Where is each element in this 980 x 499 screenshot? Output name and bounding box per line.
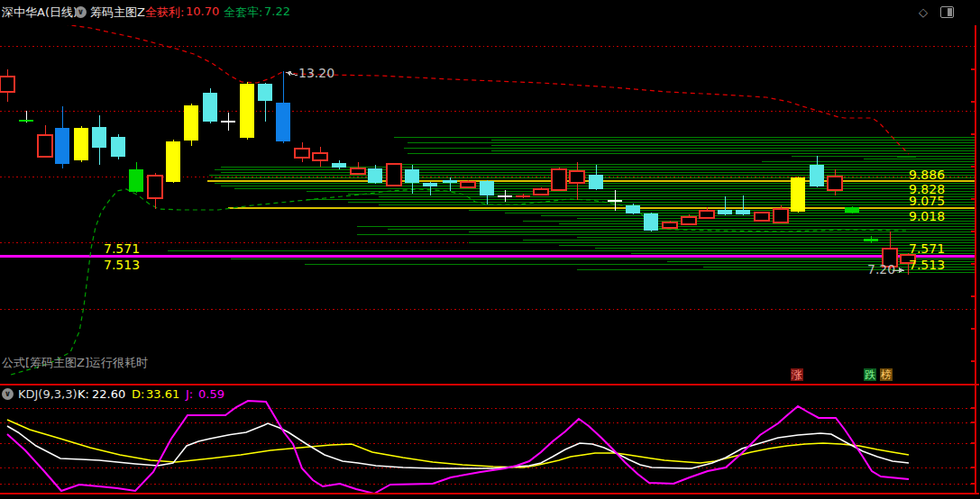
- candle-body: [92, 127, 106, 148]
- cost-line-red: [7, 25, 909, 154]
- candle-body: [589, 175, 603, 189]
- trapped-label: 全套牢:: [224, 5, 262, 21]
- candle-body: [240, 84, 254, 138]
- candle-body: [166, 141, 180, 182]
- candle-body: [570, 171, 584, 183]
- annotation-label: 13.20: [298, 66, 334, 80]
- price-label: 7.513: [909, 258, 945, 272]
- main-title-bar: 深中华A(日线) ∨ 筹码主图Z 全获利: 10.70 全套牢: 7.22 ◇: [0, 0, 980, 25]
- kdj-j-value: 0.59: [198, 387, 224, 401]
- candle-body: [55, 128, 69, 164]
- candle-body: [423, 183, 437, 186]
- candle-body: [461, 182, 475, 187]
- candle-body: [313, 153, 327, 160]
- candle-body: [443, 180, 457, 183]
- candle-body: [626, 205, 640, 213]
- kdj-k-value: 22.60: [92, 387, 125, 401]
- candle-body: [276, 103, 290, 141]
- price-label: 7.571: [909, 241, 945, 256]
- candle-body: [700, 211, 714, 218]
- chevron-down-icon[interactable]: ∨: [2, 388, 14, 400]
- indicator-name[interactable]: 筹码主图Z: [90, 5, 145, 21]
- kdj-title-bar: ∨ KDJ(9,3,3) K: 22.60 D: 33.61 J: 0.59: [0, 387, 980, 403]
- candle-body: [74, 128, 88, 160]
- candle-body: [864, 239, 878, 241]
- candle-body: [0, 77, 14, 92]
- price-label: 7.513: [104, 258, 140, 272]
- candle-body: [351, 168, 365, 174]
- price-label: 7.571: [104, 241, 140, 256]
- rank-badge[interactable]: 榜: [880, 368, 893, 381]
- candle-body: [845, 207, 859, 213]
- candle-body: [810, 165, 824, 186]
- candle-body: [480, 181, 494, 195]
- profit-value: 10.70: [186, 5, 219, 18]
- candle-body: [516, 195, 530, 197]
- diamond-icon[interactable]: ◇: [919, 5, 928, 19]
- candle-body: [129, 169, 143, 192]
- candle-body: [774, 209, 788, 222]
- candle-body: [682, 217, 696, 224]
- panel-layout-icon[interactable]: [940, 6, 954, 18]
- price-label: 9.075: [909, 194, 945, 208]
- candle-body: [203, 93, 217, 122]
- annotation-arrowhead: [286, 71, 292, 77]
- trapped-value: 7.22: [264, 5, 290, 18]
- candle-body: [663, 222, 677, 228]
- cost-line-green: [11, 189, 906, 375]
- candle-body: [38, 135, 52, 157]
- candle-body: [718, 210, 732, 214]
- rank-badges: 涨跌榜: [0, 368, 980, 383]
- rank-badge[interactable]: 跌: [864, 368, 876, 381]
- kdj-line-K: [7, 423, 909, 468]
- candle-body: [368, 168, 382, 183]
- kdj-d-value: 33.61: [146, 387, 179, 401]
- candle-body: [295, 149, 309, 158]
- chevron-down-icon[interactable]: ∨: [75, 6, 87, 18]
- candle-body: [184, 105, 198, 141]
- candle-body: [828, 177, 842, 190]
- kdj-j-label: J:: [186, 387, 193, 401]
- candle-body: [332, 163, 346, 168]
- candle-body: [534, 189, 548, 195]
- candle-body: [644, 213, 658, 231]
- candle-body: [791, 177, 805, 212]
- candle-body: [755, 213, 769, 221]
- kdj-d-label: D:: [132, 387, 144, 401]
- candle-body: [552, 169, 566, 190]
- app-window: 深中华A(日线) ∨ 筹码主图Z 全获利: 10.70 全套牢: 7.22 ◇ …: [0, 0, 980, 499]
- kdj-indicator-name[interactable]: KDJ(9,3,3): [18, 387, 78, 401]
- candle-body: [148, 176, 162, 198]
- candle-body: [387, 164, 401, 186]
- candle-body: [405, 169, 419, 183]
- stock-title: 深中华A(日线): [2, 5, 78, 21]
- rank-badge[interactable]: 涨: [791, 368, 803, 381]
- candle-body: [736, 210, 750, 214]
- candle-body: [258, 84, 272, 101]
- kdj-k-label: K:: [78, 387, 89, 401]
- price-label: 9.018: [909, 209, 945, 223]
- price-label: 9.886: [909, 168, 945, 182]
- annotation-label: 7.20: [867, 262, 895, 277]
- profit-label: 全获利:: [145, 5, 184, 21]
- main-candlestick-chart[interactable]: 9.8869.8289.0759.0187.5717.5137.5717.513…: [0, 25, 980, 386]
- candle-body: [111, 137, 125, 157]
